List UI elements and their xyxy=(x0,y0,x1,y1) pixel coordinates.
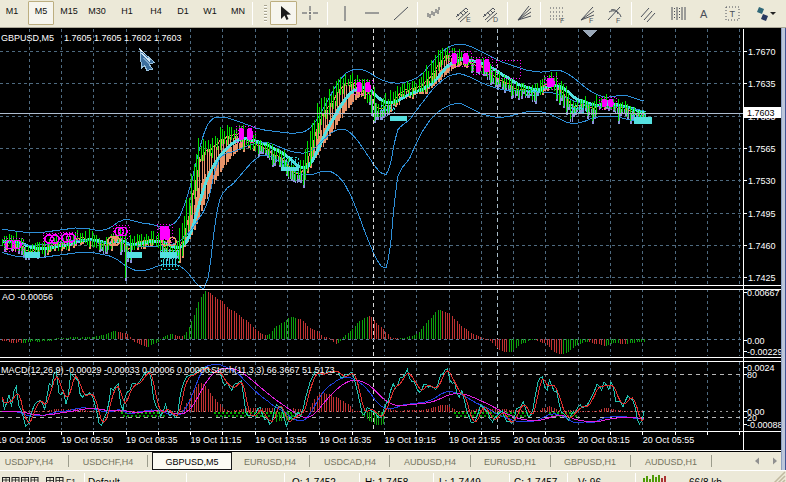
svg-text:1.7670: 1.7670 xyxy=(748,47,776,57)
svg-text:80: 80 xyxy=(747,370,757,380)
svg-text:MACD(12,26,9) -0.00029 -0.0003: MACD(12,26,9) -0.00029 -0.00033 0.00006 … xyxy=(1,365,210,375)
svg-text:20 Oct 00:35: 20 Oct 00:35 xyxy=(514,435,566,445)
svg-text:19 Oct 2005: 19 Oct 2005 xyxy=(0,435,46,445)
svg-text:-0.00088: -0.00088 xyxy=(747,420,783,430)
svg-text:F1: F1 xyxy=(66,477,76,482)
svg-text:GBPUSD,M5: GBPUSD,M5 xyxy=(1,33,54,43)
svg-text:1.7425: 1.7425 xyxy=(748,273,776,283)
svg-text:,: , xyxy=(41,477,43,482)
svg-text:19 Oct 16:35: 19 Oct 16:35 xyxy=(320,435,372,445)
svg-text:F: F xyxy=(589,17,593,24)
svg-text:F: F xyxy=(560,17,564,24)
svg-text:1.7495: 1.7495 xyxy=(748,209,776,219)
svg-text:19 Oct 05:50: 19 Oct 05:50 xyxy=(61,435,113,445)
svg-text:T: T xyxy=(730,9,736,19)
svg-text:D: D xyxy=(493,16,498,23)
svg-text:-0.00229: -0.00229 xyxy=(747,347,783,357)
svg-text:1.7460: 1.7460 xyxy=(748,241,776,251)
svg-text:E: E xyxy=(466,16,471,23)
svg-text:19 Oct 19:15: 19 Oct 19:15 xyxy=(384,435,436,445)
svg-text:20 Oct 03:15: 20 Oct 03:15 xyxy=(578,435,630,445)
svg-text:20 Oct 05:55: 20 Oct 05:55 xyxy=(643,435,695,445)
svg-text:A: A xyxy=(700,8,708,20)
svg-text:0.00: 0.00 xyxy=(747,336,765,346)
svg-text:19 Oct 11:15: 19 Oct 11:15 xyxy=(191,435,242,445)
svg-text:Stoch(11,3,3) 66.3667 51.5173: Stoch(11,3,3) 66.3667 51.5173 xyxy=(211,365,334,375)
svg-text:1.7605 1.7605 1.7602 1.7603: 1.7605 1.7605 1.7602 1.7603 xyxy=(64,33,182,43)
svg-text:1.7530: 1.7530 xyxy=(748,176,776,186)
svg-text:19 Oct 13:55: 19 Oct 13:55 xyxy=(255,435,307,445)
svg-text:AO -0.00056: AO -0.00056 xyxy=(2,292,53,302)
svg-text:1.7635: 1.7635 xyxy=(748,79,776,89)
svg-text:19 Oct 08:35: 19 Oct 08:35 xyxy=(126,435,178,445)
svg-text:F: F xyxy=(616,17,620,24)
svg-text:1.7603: 1.7603 xyxy=(747,108,775,118)
svg-text:19 Oct 21:55: 19 Oct 21:55 xyxy=(449,435,501,445)
svg-text:1.7565: 1.7565 xyxy=(748,144,776,154)
svg-text:0.00667: 0.00667 xyxy=(747,288,780,298)
